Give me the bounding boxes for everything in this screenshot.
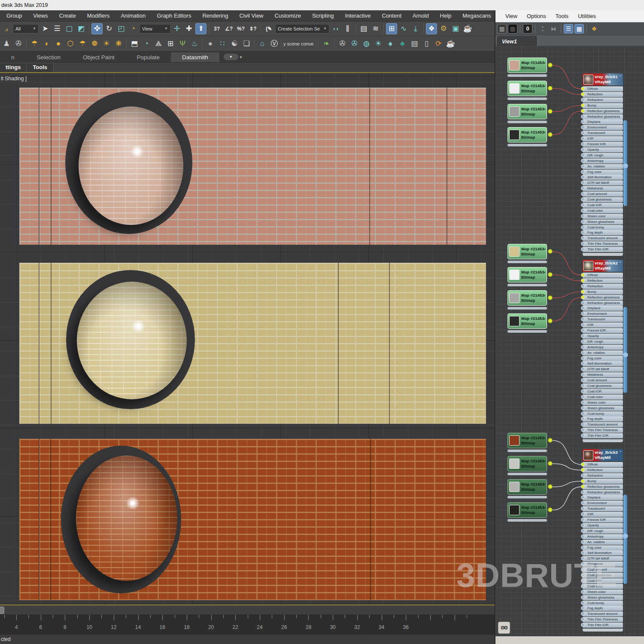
param-row-self-illumination[interactable]: Self-illumination: [583, 550, 623, 556]
output-socket[interactable]: [548, 86, 553, 91]
param-row-self-illumination[interactable]: Self-illumination: [583, 175, 623, 180]
input-socket[interactable]: [581, 115, 585, 118]
input-socket[interactable]: [581, 351, 585, 355]
anima-cloth-icon[interactable]: ❧: [321, 38, 332, 49]
pick-material-from-object-icon[interactable]: ❖: [589, 24, 599, 33]
target-light-icon[interactable]: ☂: [29, 38, 40, 49]
param-row-self-illumination[interactable]: Self-illumination: [583, 361, 623, 366]
param-row-coat-bump[interactable]: Coat bump: [583, 601, 623, 606]
param-row-metalness[interactable]: Metalness: [583, 186, 623, 191]
sample-sphere-dark-icon[interactable]: ▩: [508, 24, 517, 33]
named-selection-set-dropdown[interactable]: Create Selection Se▼: [275, 24, 329, 33]
book-tree-icon[interactable]: ▤: [409, 38, 420, 49]
dome-light-icon[interactable]: ◖: [41, 38, 52, 49]
doc-tree-icon[interactable]: ▯: [421, 38, 432, 49]
menu-animation[interactable]: Animation: [115, 10, 151, 21]
map-node-bitmap[interactable]: Map #214534...Bitmap: [507, 267, 547, 283]
vray-logo-icon[interactable]: Ⓥ: [269, 38, 280, 49]
material-node-vray_Brick3[interactable]: vray_Brick3VRayMtl−DiffuseReflectionRefr…: [583, 449, 623, 632]
param-row-displace[interactable]: Displace: [583, 306, 623, 311]
param-row-translucent[interactable]: Translucent: [583, 317, 623, 322]
scene-explorer-icon[interactable]: ≋: [370, 23, 381, 34]
input-socket[interactable]: [581, 595, 585, 599]
menu-graph-editors[interactable]: Graph Editors: [151, 10, 197, 21]
input-socket[interactable]: [581, 389, 585, 393]
menu-rendering[interactable]: Rendering: [197, 10, 234, 21]
forest-icon[interactable]: ♠: [385, 38, 396, 49]
input-socket[interactable]: [581, 159, 585, 163]
material-node-header[interactable]: vray_Brick1VRayMtl−: [583, 73, 623, 85]
param-row-sheen-color[interactable]: Sheen color: [583, 400, 623, 405]
input-socket[interactable]: [581, 273, 585, 277]
find-binoculars-button[interactable]: ʘʘ: [498, 622, 510, 634]
light-bulb-icon[interactable]: ◍: [361, 38, 372, 49]
node-sockets-icon[interactable]: ∺: [549, 24, 558, 33]
map-node-bitmap[interactable]: Map #214534...Bitmap: [507, 127, 547, 143]
zero-sample-icon[interactable]: 0: [523, 24, 532, 33]
slate-menu-tools[interactable]: Tools: [551, 13, 573, 19]
input-socket[interactable]: [581, 301, 585, 305]
param-row-diff-rough-[interactable]: Diff. rough.: [583, 339, 623, 344]
param-row-fog-depth[interactable]: Fog depth: [583, 416, 623, 422]
array-icon[interactable]: ⊞: [165, 38, 176, 49]
output-socket[interactable]: [548, 484, 553, 489]
node-scroll-knob[interactable]: [623, 352, 628, 358]
input-socket[interactable]: [581, 384, 585, 388]
param-row-diffuse[interactable]: Diffuse: [583, 462, 623, 467]
param-row-an-rotation[interactable]: An. rotation: [583, 164, 623, 169]
render-setup-icon[interactable]: ⚙: [438, 23, 449, 34]
map-node-bitmap[interactable]: Map #214534...Bitmap: [507, 81, 547, 96]
map-node-bitmap[interactable]: Map #214534...Bitmap: [507, 313, 547, 329]
param-row-sheen-glossiness[interactable]: Sheen glossiness: [583, 406, 623, 411]
output-socket[interactable]: [548, 295, 553, 300]
param-row-sheen-color[interactable]: Sheen color: [583, 214, 623, 219]
input-socket[interactable]: [581, 148, 585, 152]
keyboard-override-toggle-icon[interactable]: ⬆: [195, 23, 207, 34]
walkthrough-icon[interactable]: ♟: [1, 38, 12, 49]
input-socket[interactable]: [581, 209, 585, 213]
slate-menu-utilities[interactable]: Utilities: [573, 13, 601, 19]
material-parameter-toggle-icon[interactable]: ▦: [574, 24, 584, 33]
pink-brick-wall-sphere[interactable]: [79, 106, 183, 225]
tree-icon[interactable]: ♣: [397, 38, 408, 49]
param-row-coat-ior[interactable]: Coat IOR: [583, 203, 623, 208]
palette-icon[interactable]: ☯: [229, 38, 240, 49]
input-socket[interactable]: [581, 345, 585, 349]
movie-camera-add-icon[interactable]: ✇: [349, 38, 360, 49]
param-row-environment[interactable]: Environment: [583, 501, 623, 506]
map-node-bitmap[interactable]: Map #214534...Bitmap: [507, 502, 547, 518]
param-row-refraction[interactable]: Refraction: [583, 473, 623, 478]
box-primitive-icon[interactable]: ⬒: [129, 38, 140, 49]
param-row-fresnel-ior[interactable]: Fresnel IOR: [583, 517, 623, 522]
rectangular-selection-region-icon[interactable]: ▢: [64, 23, 75, 34]
slate-node-view[interactable]: Map #214534...BitmapMap #214534...Bitmap…: [495, 46, 644, 636]
param-row-metalness[interactable]: Metalness: [583, 372, 623, 377]
moth-icon[interactable]: ❁: [89, 38, 100, 49]
input-socket[interactable]: [581, 103, 585, 107]
input-socket[interactable]: [581, 573, 585, 577]
node-scroll-bar[interactable]: [623, 307, 627, 393]
param-row-translucent-amount[interactable]: Translucent amount: [583, 236, 623, 241]
param-row-coat-bump[interactable]: Coat bump: [583, 411, 623, 416]
param-row-anisotropy[interactable]: Anisotropy: [583, 534, 623, 539]
yellow-brick-wall-sphere[interactable]: [77, 282, 187, 399]
input-socket[interactable]: [581, 395, 585, 399]
param-row-coat-bump[interactable]: Coat bump: [583, 225, 623, 230]
select-by-name-icon[interactable]: ☰: [52, 23, 63, 34]
input-socket[interactable]: [581, 590, 585, 594]
input-socket[interactable]: [581, 220, 585, 224]
param-row-fog-color[interactable]: Fog color: [583, 170, 623, 175]
starburst-icon[interactable]: ❋: [113, 38, 124, 49]
ribbon-tab-n[interactable]: n: [0, 52, 26, 62]
slate-menu-view[interactable]: View: [501, 13, 522, 19]
chevron-down-icon[interactable]: ▾: [240, 55, 242, 59]
input-socket[interactable]: [581, 479, 585, 483]
ribbon-tab-selection[interactable]: Selection: [26, 52, 72, 62]
menu-customize[interactable]: Customize: [269, 10, 307, 21]
output-socket[interactable]: [548, 249, 553, 254]
param-row-coat-color[interactable]: Coat color: [583, 395, 623, 400]
select-and-place-icon[interactable]: ◔: [128, 23, 139, 34]
sun-light-icon[interactable]: ☀: [101, 38, 112, 49]
param-row-gtr-tail-falloff[interactable]: GTR tail falloff: [583, 367, 623, 372]
layer-sphere-icon[interactable]: ❏: [241, 38, 252, 49]
